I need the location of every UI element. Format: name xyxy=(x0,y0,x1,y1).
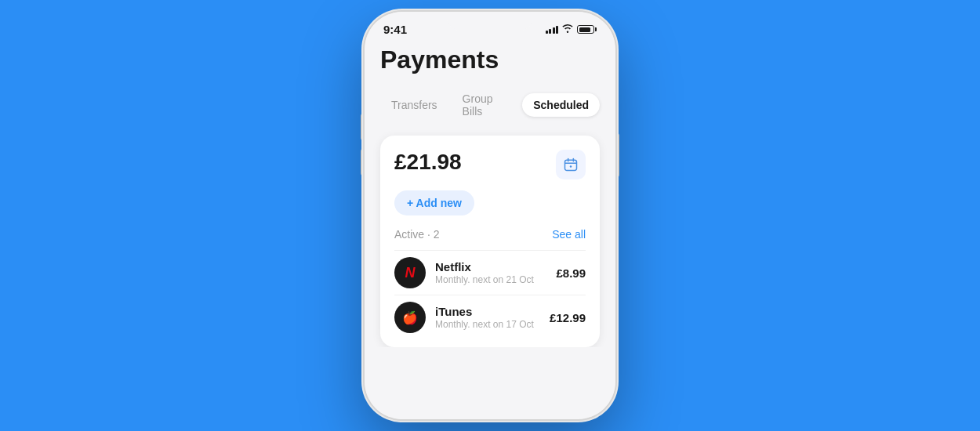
add-new-button[interactable]: + Add new xyxy=(394,190,474,216)
see-all-link[interactable]: See all xyxy=(552,228,586,241)
battery-icon xyxy=(577,25,597,34)
total-amount: £21.98 xyxy=(394,150,462,175)
payment-sub-itunes: Monthly. next on 17 Oct xyxy=(435,319,540,330)
screen-content: Payments Transfers Group Bills Scheduled… xyxy=(365,42,615,347)
calendar-button[interactable] xyxy=(556,150,586,179)
power-button xyxy=(616,133,619,177)
wifi-icon xyxy=(562,24,573,35)
payment-info-netflix: Netflix Monthly. next on 21 Oct xyxy=(435,260,546,285)
status-time: 9:41 xyxy=(383,23,407,36)
signal-icon xyxy=(546,26,559,34)
payment-amount-netflix: £8.99 xyxy=(556,266,586,280)
netflix-logo: N xyxy=(394,257,426,288)
phone-frame: 9:41 xyxy=(365,12,615,419)
tab-transfers[interactable]: Transfers xyxy=(380,93,448,117)
payment-sub-netflix: Monthly. next on 21 Oct xyxy=(435,274,546,285)
volume-down-button xyxy=(361,149,364,176)
volume-up-button xyxy=(361,114,364,140)
page-title: Payments xyxy=(380,42,600,74)
itunes-logo: 🍎 xyxy=(394,302,426,333)
status-icons xyxy=(546,24,597,35)
phone-screen: 9:41 xyxy=(365,12,615,419)
card-header: £21.98 xyxy=(394,150,586,179)
payment-info-itunes: iTunes Monthly. next on 17 Oct xyxy=(435,305,540,330)
list-item[interactable]: 🍎 iTunes Monthly. next on 17 Oct £12.99 xyxy=(394,295,586,339)
phone-mockup: 9:41 xyxy=(365,12,615,419)
svg-point-4 xyxy=(570,165,572,168)
active-count-label: Active · 2 xyxy=(394,228,440,241)
payment-amount-itunes: £12.99 xyxy=(550,311,586,324)
calendar-icon xyxy=(563,157,579,172)
svg-rect-0 xyxy=(565,160,577,170)
list-item[interactable]: N Netflix Monthly. next on 21 Oct £8.99 xyxy=(394,250,586,295)
tab-bar: Transfers Group Bills Scheduled xyxy=(380,87,600,123)
scheduled-card: £21.98 + Add new xyxy=(380,136,600,347)
payment-name-itunes: iTunes xyxy=(435,305,540,318)
tab-group-bills[interactable]: Group Bills xyxy=(452,87,520,123)
payment-name-netflix: Netflix xyxy=(435,260,546,273)
section-header: Active · 2 See all xyxy=(394,228,586,241)
notch xyxy=(447,12,533,31)
tab-scheduled[interactable]: Scheduled xyxy=(522,93,600,117)
